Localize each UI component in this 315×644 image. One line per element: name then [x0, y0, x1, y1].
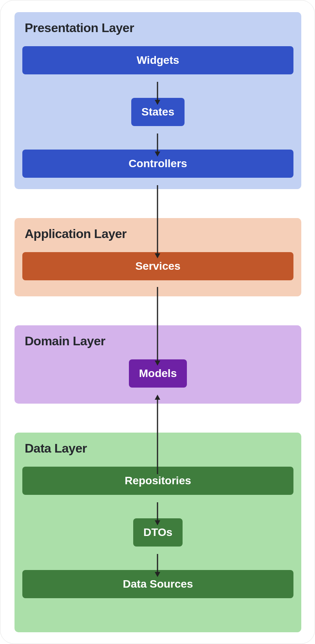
svg-marker-3	[155, 152, 160, 157]
services-label: Services	[135, 261, 180, 272]
data-sources-label: Data Sources	[123, 579, 193, 590]
arrow-repositories-to-dtos	[154, 502, 161, 526]
models-label: Models	[139, 368, 177, 379]
widgets-node: Widgets	[22, 46, 293, 74]
svg-marker-7	[155, 361, 160, 366]
widgets-label: Widgets	[137, 55, 179, 66]
svg-marker-11	[155, 520, 160, 525]
controllers-label: Controllers	[129, 158, 187, 169]
architecture-diagram: Presentation Layer Widgets States Contro…	[0, 0, 315, 644]
repositories-label: Repositories	[125, 475, 191, 486]
arrow-states-to-controllers	[154, 133, 161, 157]
svg-marker-9	[155, 395, 160, 400]
arrow-widgets-to-states	[154, 82, 161, 105]
arrow-dtos-to-datasources	[154, 554, 161, 577]
states-label: States	[141, 106, 174, 117]
arrow-controllers-to-services	[154, 185, 161, 259]
dtos-label: DTOs	[143, 527, 172, 538]
svg-marker-1	[155, 100, 160, 105]
svg-marker-13	[155, 572, 160, 577]
presentation-layer-title: Presentation Layer	[25, 21, 293, 35]
arrow-services-to-models	[154, 287, 161, 366]
arrow-repositories-to-models	[154, 394, 161, 474]
svg-marker-5	[155, 253, 160, 258]
